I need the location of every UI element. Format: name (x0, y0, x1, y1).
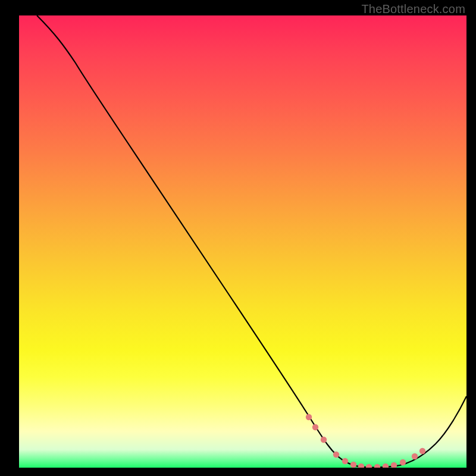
svg-point-10 (391, 462, 397, 468)
optimal-range-markers (306, 414, 425, 468)
svg-point-13 (419, 448, 425, 454)
chart-container: TheBottleneck.com (0, 0, 476, 476)
svg-point-12 (412, 453, 418, 459)
svg-point-2 (321, 437, 327, 443)
svg-point-5 (350, 462, 356, 468)
svg-point-7 (366, 464, 372, 468)
svg-point-1 (312, 424, 318, 430)
svg-point-9 (383, 464, 389, 468)
svg-point-3 (333, 452, 339, 458)
bottleneck-curve-line (37, 15, 466, 468)
svg-point-6 (358, 464, 364, 468)
curve-svg (19, 15, 466, 468)
plot-area (19, 15, 466, 468)
svg-point-0 (306, 414, 312, 420)
svg-point-4 (342, 458, 348, 464)
svg-point-11 (400, 459, 406, 465)
watermark-text: TheBottleneck.com (361, 2, 465, 16)
svg-point-8 (374, 464, 380, 468)
